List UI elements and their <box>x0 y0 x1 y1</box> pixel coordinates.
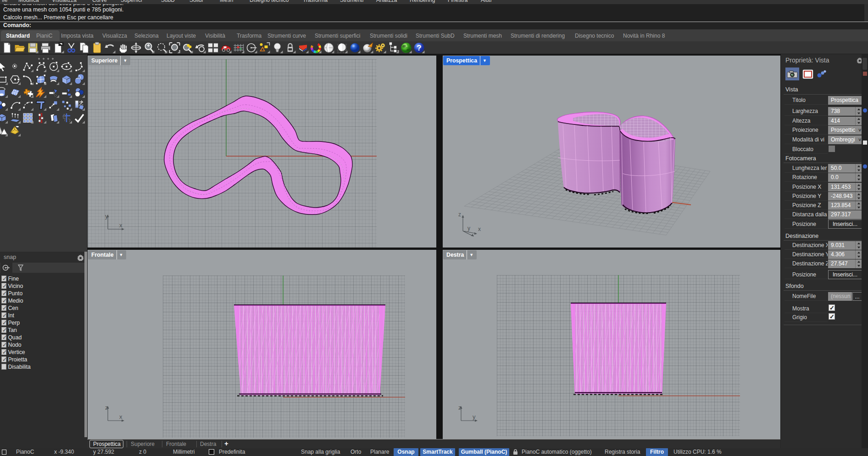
svg-text:z: z <box>458 211 461 218</box>
svg-text:x: x <box>478 226 481 232</box>
svg-text:?: ? <box>417 44 421 52</box>
svg-text:z: z <box>458 404 462 411</box>
svg-text:x: x <box>119 413 122 420</box>
svg-text:x: x <box>119 222 122 229</box>
svg-text:y: y <box>467 225 470 231</box>
svg-text:y: y <box>105 213 108 220</box>
svg-text:y: y <box>473 413 476 420</box>
svg-text:z: z <box>105 404 108 411</box>
